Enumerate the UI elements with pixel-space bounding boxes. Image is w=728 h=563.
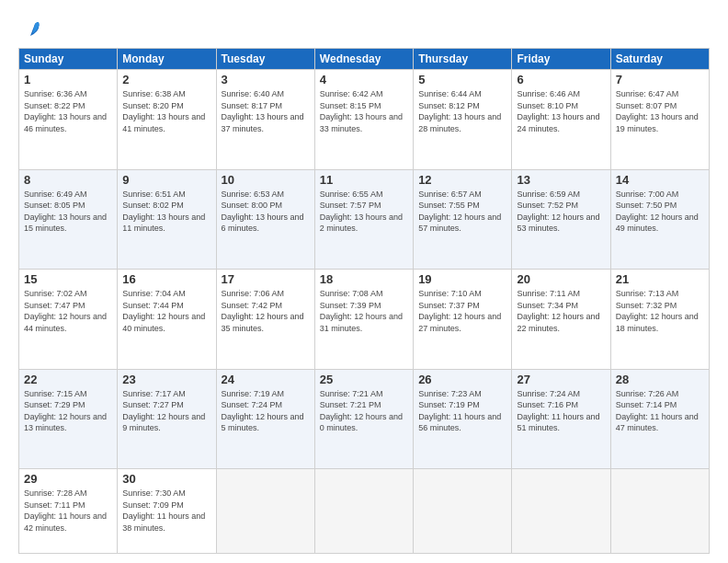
day-info: Sunrise: 7:08 AMSunset: 7:39 PMDaylight:… — [320, 288, 408, 334]
calendar-cell: 28 Sunrise: 7:26 AMSunset: 7:14 PMDaylig… — [610, 369, 709, 469]
day-number: 30 — [122, 472, 210, 486]
day-info: Sunrise: 7:30 AMSunset: 7:09 PMDaylight:… — [122, 488, 210, 534]
day-info: Sunrise: 7:26 AMSunset: 7:14 PMDaylight:… — [616, 388, 704, 434]
day-info: Sunrise: 6:46 AMSunset: 8:10 PMDaylight:… — [517, 88, 605, 134]
day-number: 26 — [418, 373, 506, 386]
day-number: 24 — [222, 373, 310, 386]
day-number: 18 — [320, 272, 408, 286]
day-number: 17 — [222, 272, 310, 286]
day-info: Sunrise: 7:02 AMSunset: 7:47 PMDaylight:… — [24, 288, 112, 334]
calendar-header-thursday: Thursday — [414, 49, 512, 70]
calendar-cell: 12 Sunrise: 6:57 AMSunset: 7:55 PMDaylig… — [414, 169, 512, 270]
logo — [18, 18, 40, 42]
day-number: 7 — [616, 73, 704, 86]
calendar-cell: 7 Sunrise: 6:47 AMSunset: 8:07 PMDayligh… — [610, 70, 709, 170]
calendar-cell: 4 Sunrise: 6:42 AMSunset: 8:15 PMDayligh… — [314, 70, 413, 170]
day-number: 22 — [24, 373, 112, 386]
calendar-cell: 13 Sunrise: 6:59 AMSunset: 7:52 PMDaylig… — [512, 169, 610, 270]
calendar-cell: 22 Sunrise: 7:15 AMSunset: 7:29 PMDaylig… — [19, 369, 118, 469]
day-number: 2 — [122, 73, 210, 86]
calendar-cell: 17 Sunrise: 7:06 AMSunset: 7:42 PMDaylig… — [216, 270, 314, 370]
day-number: 9 — [122, 173, 210, 187]
day-info: Sunrise: 7:17 AMSunset: 7:27 PMDaylight:… — [122, 388, 210, 434]
day-number: 11 — [320, 173, 408, 187]
calendar-cell: 8 Sunrise: 6:49 AMSunset: 8:05 PMDayligh… — [19, 169, 118, 270]
calendar-body: 1 Sunrise: 6:36 AMSunset: 8:22 PMDayligh… — [19, 70, 710, 554]
header — [18, 15, 710, 42]
day-number: 23 — [122, 373, 210, 386]
day-info: Sunrise: 6:44 AMSunset: 8:12 PMDaylight:… — [418, 88, 506, 134]
day-info: Sunrise: 7:15 AMSunset: 7:29 PMDaylight:… — [24, 388, 112, 434]
logo-icon — [20, 18, 40, 39]
day-info: Sunrise: 7:10 AMSunset: 7:37 PMDaylight:… — [418, 288, 506, 334]
day-number: 6 — [517, 73, 605, 86]
calendar-cell: 11 Sunrise: 6:55 AMSunset: 7:57 PMDaylig… — [314, 169, 413, 270]
day-number: 29 — [24, 472, 112, 486]
day-number: 14 — [616, 173, 704, 187]
calendar-cell: 29 Sunrise: 7:28 AMSunset: 7:11 PMDaylig… — [19, 469, 118, 554]
calendar-cell: 16 Sunrise: 7:04 AMSunset: 7:44 PMDaylig… — [118, 270, 216, 370]
day-info: Sunrise: 6:42 AMSunset: 8:15 PMDaylight:… — [320, 88, 408, 134]
calendar-cell — [414, 469, 512, 554]
calendar-cell — [512, 469, 610, 554]
day-number: 3 — [222, 73, 310, 86]
day-info: Sunrise: 7:19 AMSunset: 7:24 PMDaylight:… — [222, 388, 310, 434]
calendar-week-5: 29 Sunrise: 7:28 AMSunset: 7:11 PMDaylig… — [19, 469, 710, 554]
calendar-week-4: 22 Sunrise: 7:15 AMSunset: 7:29 PMDaylig… — [19, 369, 710, 469]
day-number: 8 — [24, 173, 112, 187]
day-number: 16 — [122, 272, 210, 286]
day-info: Sunrise: 6:59 AMSunset: 7:52 PMDaylight:… — [517, 189, 605, 235]
day-number: 21 — [616, 272, 704, 286]
day-info: Sunrise: 6:55 AMSunset: 7:57 PMDaylight:… — [320, 189, 408, 235]
day-number: 19 — [418, 272, 506, 286]
calendar-week-3: 15 Sunrise: 7:02 AMSunset: 7:47 PMDaylig… — [19, 270, 710, 370]
day-number: 13 — [517, 173, 605, 187]
day-info: Sunrise: 7:04 AMSunset: 7:44 PMDaylight:… — [122, 288, 210, 334]
calendar-cell — [314, 469, 413, 554]
day-info: Sunrise: 7:00 AMSunset: 7:50 PMDaylight:… — [616, 189, 704, 235]
calendar-header-saturday: Saturday — [610, 49, 709, 70]
calendar-cell: 3 Sunrise: 6:40 AMSunset: 8:17 PMDayligh… — [216, 70, 314, 170]
calendar-cell: 24 Sunrise: 7:19 AMSunset: 7:24 PMDaylig… — [216, 369, 314, 469]
calendar-cell: 23 Sunrise: 7:17 AMSunset: 7:27 PMDaylig… — [118, 369, 216, 469]
calendar-page: SundayMondayTuesdayWednesdayThursdayFrid… — [0, 0, 728, 563]
calendar-cell: 25 Sunrise: 7:21 AMSunset: 7:21 PMDaylig… — [314, 369, 413, 469]
calendar-cell: 30 Sunrise: 7:30 AMSunset: 7:09 PMDaylig… — [118, 469, 216, 554]
calendar-cell: 15 Sunrise: 7:02 AMSunset: 7:47 PMDaylig… — [19, 270, 118, 370]
day-info: Sunrise: 6:51 AMSunset: 8:02 PMDaylight:… — [122, 189, 210, 235]
calendar-week-1: 1 Sunrise: 6:36 AMSunset: 8:22 PMDayligh… — [19, 70, 710, 170]
day-number: 5 — [418, 73, 506, 86]
day-info: Sunrise: 6:53 AMSunset: 8:00 PMDaylight:… — [222, 189, 310, 235]
calendar-cell — [216, 469, 314, 554]
day-info: Sunrise: 7:24 AMSunset: 7:16 PMDaylight:… — [517, 388, 605, 434]
day-info: Sunrise: 6:36 AMSunset: 8:22 PMDaylight:… — [24, 88, 112, 134]
day-number: 10 — [222, 173, 310, 187]
day-info: Sunrise: 7:21 AMSunset: 7:21 PMDaylight:… — [320, 388, 408, 434]
day-number: 15 — [24, 272, 112, 286]
calendar-cell: 27 Sunrise: 7:24 AMSunset: 7:16 PMDaylig… — [512, 369, 610, 469]
day-info: Sunrise: 6:47 AMSunset: 8:07 PMDaylight:… — [616, 88, 704, 134]
calendar-cell: 6 Sunrise: 6:46 AMSunset: 8:10 PMDayligh… — [512, 70, 610, 170]
day-info: Sunrise: 7:28 AMSunset: 7:11 PMDaylight:… — [24, 488, 112, 534]
day-info: Sunrise: 6:57 AMSunset: 7:55 PMDaylight:… — [418, 189, 506, 235]
calendar-header-friday: Friday — [512, 49, 610, 70]
calendar-cell: 5 Sunrise: 6:44 AMSunset: 8:12 PMDayligh… — [414, 70, 512, 170]
day-number: 25 — [320, 373, 408, 386]
calendar-cell: 20 Sunrise: 7:11 AMSunset: 7:34 PMDaylig… — [512, 270, 610, 370]
calendar-header-sunday: Sunday — [19, 49, 118, 70]
day-number: 12 — [418, 173, 506, 187]
day-number: 27 — [517, 373, 605, 386]
day-info: Sunrise: 7:13 AMSunset: 7:32 PMDaylight:… — [616, 288, 704, 334]
calendar-cell: 19 Sunrise: 7:10 AMSunset: 7:37 PMDaylig… — [414, 270, 512, 370]
calendar-week-2: 8 Sunrise: 6:49 AMSunset: 8:05 PMDayligh… — [19, 169, 710, 270]
calendar-header-tuesday: Tuesday — [216, 49, 314, 70]
calendar-cell: 9 Sunrise: 6:51 AMSunset: 8:02 PMDayligh… — [118, 169, 216, 270]
calendar-cell: 10 Sunrise: 6:53 AMSunset: 8:00 PMDaylig… — [216, 169, 314, 270]
day-info: Sunrise: 7:11 AMSunset: 7:34 PMDaylight:… — [517, 288, 605, 334]
day-info: Sunrise: 7:23 AMSunset: 7:19 PMDaylight:… — [418, 388, 506, 434]
day-number: 4 — [320, 73, 408, 86]
calendar-cell: 1 Sunrise: 6:36 AMSunset: 8:22 PMDayligh… — [19, 70, 118, 170]
calendar-cell: 18 Sunrise: 7:08 AMSunset: 7:39 PMDaylig… — [314, 270, 413, 370]
calendar-cell: 14 Sunrise: 7:00 AMSunset: 7:50 PMDaylig… — [610, 169, 709, 270]
day-info: Sunrise: 6:49 AMSunset: 8:05 PMDaylight:… — [24, 189, 112, 235]
